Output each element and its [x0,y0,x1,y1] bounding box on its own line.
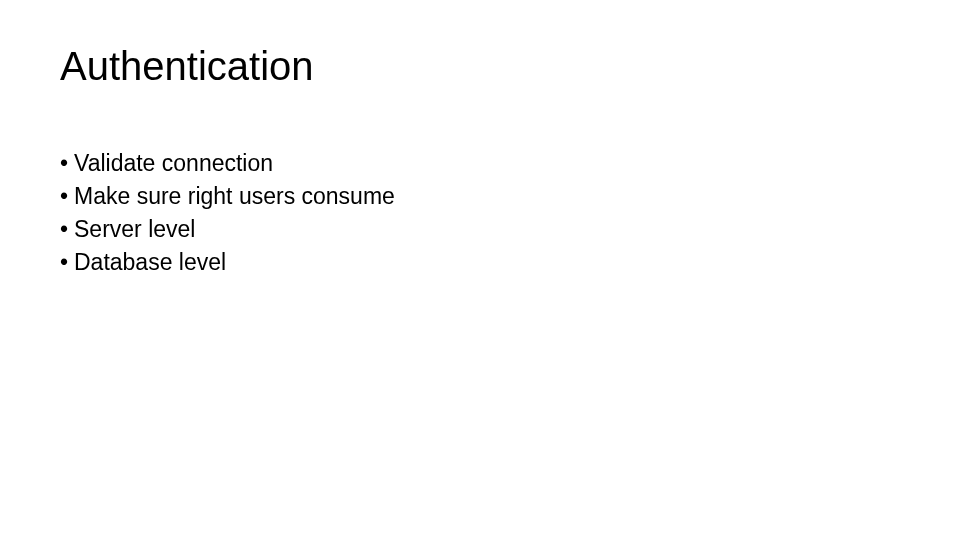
bullet-text: Server level [74,216,195,242]
slide: Authentication •Validate connection •Mak… [0,0,960,540]
bullet-text: Validate connection [74,150,273,176]
bullet-item: •Make sure right users consume [60,181,395,212]
slide-body: •Validate connection •Make sure right us… [60,148,395,280]
bullet-text: Make sure right users consume [74,183,395,209]
bullet-text: Database level [74,249,226,275]
bullet-icon: • [60,181,74,212]
slide-title: Authentication [60,44,314,89]
bullet-icon: • [60,247,74,278]
bullet-item: •Server level [60,214,395,245]
bullet-icon: • [60,148,74,179]
bullet-item: •Database level [60,247,395,278]
bullet-icon: • [60,214,74,245]
bullet-item: •Validate connection [60,148,395,179]
